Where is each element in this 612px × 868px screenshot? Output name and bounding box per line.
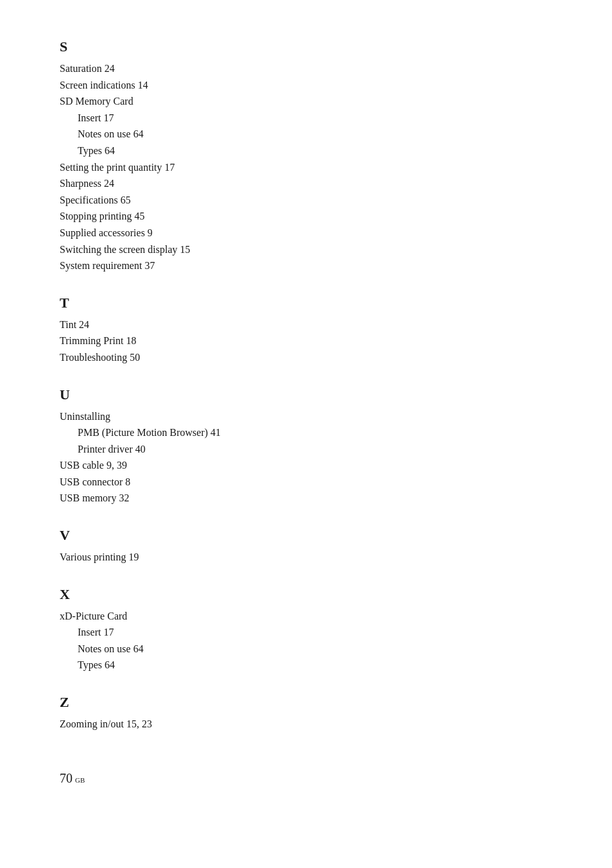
index-entry: Tint 24 xyxy=(60,317,552,333)
index-entry: Various printing 19 xyxy=(60,549,552,566)
index-section-s: SSaturation 24Screen indications 14SD Me… xyxy=(60,39,552,274)
index-entry: Uninstalling xyxy=(60,408,552,425)
index-entry: PMB (Picture Motion Browser) 41 xyxy=(60,424,552,441)
index-entry: Troubleshooting 50 xyxy=(60,349,552,366)
section-letter: V xyxy=(60,527,552,544)
section-letter: Z xyxy=(60,694,552,711)
index-content: SSaturation 24Screen indications 14SD Me… xyxy=(60,39,552,733)
index-section-z: ZZooming in/out 15, 23 xyxy=(60,694,552,733)
index-entry: Supplied accessories 9 xyxy=(60,225,552,241)
index-entry: Zooming in/out 15, 23 xyxy=(60,716,552,733)
index-entry: xD-Picture Card xyxy=(60,608,552,625)
index-entry: Notes on use 64 xyxy=(60,641,552,657)
index-entry: SD Memory Card xyxy=(60,93,552,110)
index-entry: Insert 17 xyxy=(60,110,552,126)
index-entry: Insert 17 xyxy=(60,624,552,641)
index-entry: Switching the screen display 15 xyxy=(60,241,552,258)
index-entry: USB memory 32 xyxy=(60,490,552,507)
section-letter: T xyxy=(60,295,552,311)
index-entry: Notes on use 64 xyxy=(60,126,552,143)
index-entry: Sharpness 24 xyxy=(60,175,552,192)
index-entry: Setting the print quantity 17 xyxy=(60,159,552,176)
index-section-x: XxD-Picture CardInsert 17Notes on use 64… xyxy=(60,586,552,673)
index-section-u: UUninstallingPMB (Picture Motion Browser… xyxy=(60,386,552,507)
index-entry: Types 64 xyxy=(60,657,552,673)
index-entry: Printer driver 40 xyxy=(60,441,552,458)
section-letter: X xyxy=(60,586,552,603)
page-number: 70 xyxy=(60,771,72,786)
index-entry: USB connector 8 xyxy=(60,474,552,490)
section-letter: S xyxy=(60,39,552,55)
index-entry: Stopping printing 45 xyxy=(60,208,552,225)
page-footer: 70 GB xyxy=(60,771,552,786)
locale-label: GB xyxy=(75,776,85,784)
index-entry: Screen indications 14 xyxy=(60,77,552,94)
index-section-t: TTint 24Trimming Print 18Troubleshooting… xyxy=(60,295,552,366)
index-entry: Trimming Print 18 xyxy=(60,333,552,349)
index-entry: Saturation 24 xyxy=(60,60,552,77)
index-entry: Specifications 65 xyxy=(60,192,552,209)
index-entry: USB cable 9, 39 xyxy=(60,457,552,474)
section-letter: U xyxy=(60,386,552,403)
index-entry: Types 64 xyxy=(60,143,552,159)
index-section-v: VVarious printing 19 xyxy=(60,527,552,566)
index-entry: System requirement 37 xyxy=(60,257,552,274)
